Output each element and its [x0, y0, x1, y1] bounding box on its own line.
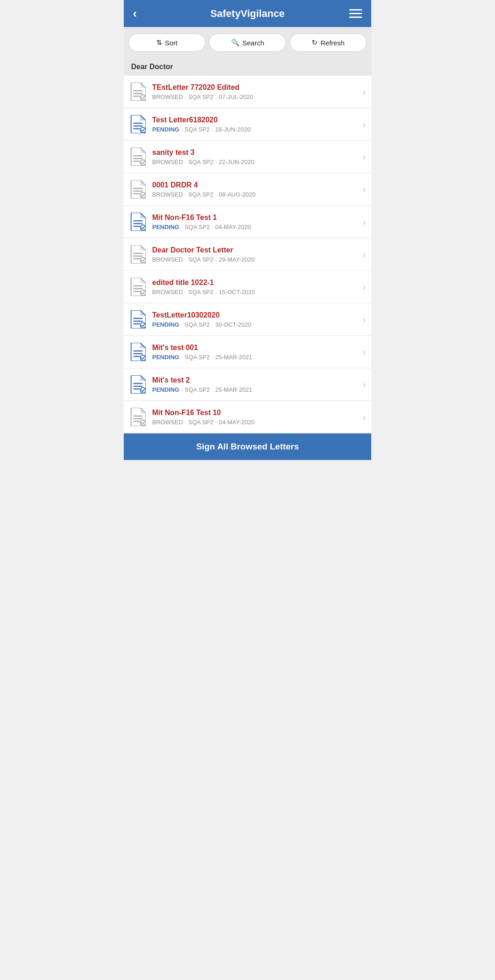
list-item[interactable]: TEstLetter 772020 Edited BROWSED · SQA S… [124, 76, 371, 108]
list-item[interactable]: sanity test 3 BROWSED · SQA SP2 · 22-JUN… [124, 141, 371, 173]
meta-separator: · [215, 419, 217, 426]
chevron-right-icon: › [363, 347, 366, 357]
item-date: 18-JUN-2020 [215, 126, 250, 133]
item-title: TEstLetter 772020 Edited [152, 83, 359, 92]
list-item[interactable]: 0001 DRDR 4 BROWSED · SQA SP2 · 08-AUG-2… [124, 173, 371, 206]
item-title: Mit's test 001 [152, 343, 359, 352]
item-date: 04-MAY-2020 [215, 224, 251, 230]
app-title: SafetyVigilance [149, 8, 346, 20]
document-icon [129, 245, 147, 264]
chevron-right-icon: › [363, 282, 366, 292]
meta-separator: · [212, 321, 214, 328]
item-content: Mit Non-F16 Test 1 PENDING · SQA SP2 · 0… [152, 213, 359, 230]
item-content: Mit Non-F16 Test 10 BROWSED · SQA SP2 · … [152, 408, 359, 425]
document-icon [129, 407, 147, 427]
document-icon [129, 310, 147, 329]
item-source: SQA SP2 [185, 126, 210, 133]
menu-button[interactable] [346, 9, 362, 18]
refresh-label: Refresh [320, 39, 345, 47]
list-item[interactable]: Test Letter6182020 PENDING · SQA SP2 · 1… [124, 108, 371, 141]
meta-separator: · [215, 191, 217, 198]
item-source: SQA SP2 [188, 256, 214, 263]
item-date: 04-MAY-2020 [219, 419, 254, 426]
item-date: 15-OCT-2020 [219, 289, 255, 296]
item-date: 07-JUL-2020 [219, 93, 253, 100]
search-button[interactable]: 🔍 Search [209, 33, 286, 52]
item-source: SQA SP2 [185, 321, 210, 328]
menu-line [349, 16, 362, 18]
chevron-right-icon: › [363, 314, 366, 325]
list-item[interactable]: Mit's test 2 PENDING · SQA SP2 · 25-MAR-… [124, 368, 371, 401]
item-title: Mit's test 2 [152, 376, 359, 384]
sort-button[interactable]: ⇅ Sort [128, 33, 205, 52]
item-date: 30-OCT-2020 [215, 321, 251, 328]
meta-separator: · [185, 159, 187, 165]
meta-separator: · [181, 386, 183, 393]
status-badge: BROWSED [152, 93, 183, 100]
meta-separator: · [212, 224, 214, 230]
menu-line [349, 9, 362, 11]
item-content: 0001 DRDR 4 BROWSED · SQA SP2 · 08-AUG-2… [152, 181, 359, 197]
item-content: TestLetter10302020 PENDING · SQA SP2 · 3… [152, 311, 359, 328]
status-badge: PENDING [152, 386, 179, 393]
chevron-right-icon: › [363, 249, 366, 260]
item-meta: BROWSED · SQA SP2 · 08-AUG-2020 [152, 191, 359, 198]
chevron-right-icon: › [363, 87, 366, 97]
meta-separator: · [181, 224, 183, 230]
search-label: Search [242, 39, 264, 47]
chevron-right-icon: › [363, 412, 366, 422]
meta-separator: · [212, 354, 214, 361]
refresh-button[interactable]: ↻ Refresh [290, 33, 367, 52]
meta-separator: · [215, 159, 217, 165]
item-content: edited title 1022-1 BROWSED · SQA SP2 · … [152, 278, 359, 295]
item-meta: PENDING · SQA SP2 · 25-MAR-2021 [152, 354, 359, 361]
meta-separator: · [215, 93, 217, 100]
chevron-right-icon: › [363, 152, 366, 162]
meta-separator: · [185, 419, 187, 426]
meta-separator: · [215, 289, 217, 296]
item-content: Mit's test 2 PENDING · SQA SP2 · 25-MAR-… [152, 376, 359, 393]
list-item[interactable]: Dear Doctor Test Letter BROWSED · SQA SP… [124, 238, 371, 271]
list-item[interactable]: Mit's test 001 PENDING · SQA SP2 · 25-MA… [124, 336, 371, 368]
item-content: Mit's test 001 PENDING · SQA SP2 · 25-MA… [152, 343, 359, 360]
status-badge: BROWSED [152, 191, 183, 198]
sign-all-button[interactable]: Sign All Browsed Letters [124, 433, 371, 460]
meta-separator: · [215, 256, 217, 263]
back-button[interactable]: ‹ [133, 6, 149, 21]
status-badge: BROWSED [152, 159, 183, 165]
document-icon [129, 277, 147, 296]
item-title: Mit Non-F16 Test 10 [152, 408, 359, 417]
chevron-right-icon: › [363, 184, 366, 195]
list-item[interactable]: Mit Non-F16 Test 10 BROWSED · SQA SP2 · … [124, 401, 371, 433]
list-item[interactable]: TestLetter10302020 PENDING · SQA SP2 · 3… [124, 303, 371, 336]
chevron-right-icon: › [363, 217, 366, 227]
item-meta: BROWSED · SQA SP2 · 04-MAY-2020 [152, 419, 359, 426]
item-meta: BROWSED · SQA SP2 · 22-JUN-2020 [152, 159, 359, 165]
item-source: SQA SP2 [188, 419, 214, 426]
header: ‹ SafetyVigilance [124, 0, 371, 27]
document-icon [129, 180, 147, 199]
list-item[interactable]: Mit Non-F16 Test 1 PENDING · SQA SP2 · 0… [124, 206, 371, 238]
item-meta: PENDING · SQA SP2 · 04-MAY-2020 [152, 224, 359, 230]
sort-label: Sort [165, 39, 178, 47]
search-icon: 🔍 [231, 38, 240, 47]
meta-separator: · [185, 256, 187, 263]
meta-separator: · [181, 354, 183, 361]
document-icon [129, 342, 147, 361]
document-icon [129, 375, 147, 394]
item-date: 22-JUN-2020 [219, 159, 254, 165]
status-badge: BROWSED [152, 419, 183, 426]
sign-all-label: Sign All Browsed Letters [196, 442, 299, 451]
chevron-right-icon: › [363, 119, 366, 130]
item-date: 25-MAR-2021 [215, 354, 252, 361]
status-badge: PENDING [152, 126, 179, 133]
section-header: Dear Doctor [124, 58, 371, 76]
list-item[interactable]: edited title 1022-1 BROWSED · SQA SP2 · … [124, 271, 371, 303]
meta-separator: · [212, 126, 214, 133]
item-meta: BROWSED · SQA SP2 · 29-MAY-2020 [152, 256, 359, 263]
item-source: SQA SP2 [188, 289, 214, 296]
item-content: Dear Doctor Test Letter BROWSED · SQA SP… [152, 246, 359, 263]
item-source: SQA SP2 [185, 224, 210, 230]
chevron-right-icon: › [363, 379, 366, 390]
status-badge: BROWSED [152, 256, 183, 263]
